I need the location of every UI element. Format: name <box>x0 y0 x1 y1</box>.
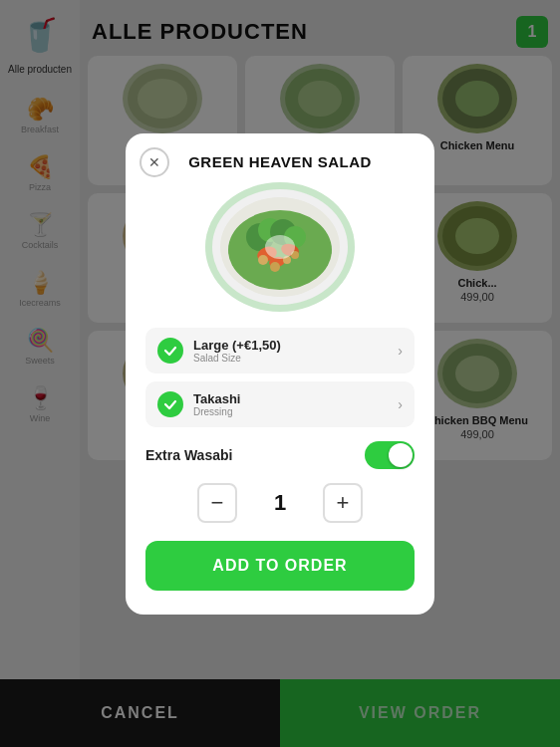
modal-image-container <box>145 182 415 312</box>
modal-overlay: ✕ GREEN HEAVEN SALAD <box>0 0 560 747</box>
option-main-label: Large (+€1,50) <box>193 338 398 353</box>
quantity-row: − 1 + <box>145 483 415 523</box>
svg-point-32 <box>265 235 295 259</box>
option-check-icon <box>157 338 183 364</box>
modal-product-image <box>205 182 355 312</box>
toggle-label: Extra Wasabi <box>145 447 232 463</box>
svg-point-29 <box>270 262 280 272</box>
add-to-order-button[interactable]: ADD TO ORDER <box>145 541 415 591</box>
option-main-label: Takashi <box>193 391 398 406</box>
svg-point-28 <box>258 255 268 265</box>
option-check-icon <box>157 391 183 417</box>
modal-title: GREEN HEAVEN SALAD <box>145 153 415 170</box>
chevron-right-icon: › <box>398 396 403 412</box>
quantity-value: 1 <box>265 490 295 516</box>
toggle-knob <box>389 443 413 467</box>
dressing-option[interactable]: Takashi Dressing › <box>145 381 415 427</box>
option-text: Large (+€1,50) Salad Size <box>193 338 398 364</box>
option-text: Takashi Dressing <box>193 391 398 417</box>
modal: ✕ GREEN HEAVEN SALAD <box>126 133 434 615</box>
close-icon: ✕ <box>148 154 160 170</box>
quantity-increase-button[interactable]: + <box>323 483 363 523</box>
option-sub-label: Salad Size <box>193 353 398 364</box>
salad-size-option[interactable]: Large (+€1,50) Salad Size › <box>145 328 415 374</box>
modal-close-button[interactable]: ✕ <box>140 147 169 177</box>
option-sub-label: Dressing <box>193 406 398 417</box>
chevron-right-icon: › <box>398 343 403 359</box>
extra-wasabi-toggle[interactable] <box>365 441 415 469</box>
quantity-decrease-button[interactable]: − <box>197 483 237 523</box>
extra-wasabi-toggle-row: Extra Wasabi <box>145 435 415 483</box>
